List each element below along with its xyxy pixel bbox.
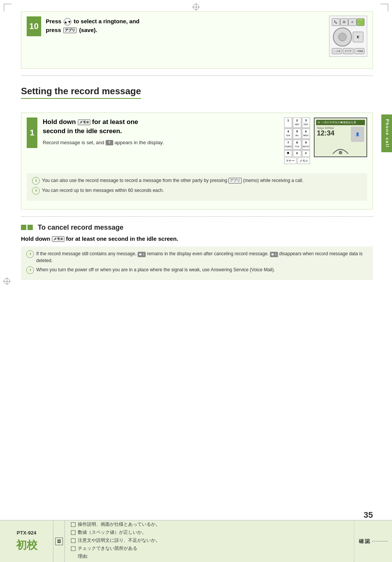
bottom-footer: PTX-924 初校 🖾 操作説明、画面が仕様とあっているか。 数値（スペック値… [0, 520, 392, 562]
step10-block: 10 Press ▲▼ to select a ringtone, and pr… [21, 11, 373, 69]
phone-screen-body: Tokyo 3/29Sat 12:34 👤 [316, 126, 365, 143]
step10-badge: 10 [27, 16, 41, 36]
step10-text: Press ▲▼ to select a ringtone, and press… [46, 16, 329, 34]
nav-bottom-row: ←メモ クリア →PWR [332, 48, 365, 54]
cancel-hints: ℹ If the record message still contains a… [21, 246, 373, 280]
nav-app-btn: アプリ [357, 18, 365, 26]
soft-key-left: マナー [284, 158, 297, 164]
phone-keypad-block: 1 2ABC 3DEF 4GHI 5JKL 6MNO 7PQRS 8TUV 9W… [284, 118, 310, 164]
nav-inner-btn [338, 33, 347, 41]
key-hash: # [302, 150, 310, 156]
cancel-hint-2: ℹ When you turn the power off or when yo… [26, 266, 368, 274]
checklist-item-1: 操作説明、画面が仕様とあっているか。 [71, 521, 348, 528]
cancel-memo-key: メモ⊙ [52, 236, 64, 242]
phone-screen-header: ⭘ ○○市が大学生の☎連絡誌を置 [316, 120, 365, 125]
main-content: 10 Press ▲▼ to select a ringtone, and pr… [21, 11, 373, 280]
step1-memo-key: メモ⊙ [78, 119, 90, 125]
phone-soft-keys: マナー メモ⊙ [284, 158, 310, 164]
cancel-hint1-icon: ℹ [26, 250, 34, 258]
nav-pwr-btn: →PWR [354, 48, 365, 54]
checkbox-2 [71, 530, 76, 535]
checklist-item-3: 注意文や説明文に誤り、不足がないか。 [71, 537, 348, 544]
nav-top-row: 📞 回 ⊙ アプリ [332, 18, 365, 26]
checkbox-4 [71, 546, 76, 551]
footer-left: PTX-924 初校 [0, 520, 53, 562]
page-number: 35 [364, 510, 373, 520]
step1-content: Hold down メモ⊙ for at least one second in… [43, 118, 284, 148]
checkbox-1 [71, 522, 76, 527]
nav-e-btn: E [353, 32, 363, 42]
key-star: ✱ [284, 150, 292, 156]
key-5: 5JKL [293, 129, 301, 139]
record-icon: 🎙 [106, 140, 113, 145]
step1-section: 1 Hold down メモ⊙ for at least one second … [27, 118, 367, 167]
nav-center-top-btn: ⊙ [348, 18, 357, 26]
step1-hold-label: Hold down [43, 118, 76, 126]
confirm-line [372, 541, 387, 541]
green-squares [21, 225, 34, 230]
step10-select-label: to select a ringtone, and [74, 18, 140, 24]
phone-screen-time: 12:34 [317, 129, 334, 137]
phone-screen-photo: 👤 [351, 127, 364, 142]
hint1-text: You can also use the record message to r… [42, 177, 304, 184]
nav-cluster: E [332, 27, 365, 47]
hint1-icon: ℹ [32, 177, 40, 185]
checklist-text-1: 操作説明、画面が仕様とあっているか。 [78, 521, 160, 528]
top-crosshair [192, 3, 200, 11]
crosshair-circle [193, 4, 199, 10]
nav-clear-btn: クリア [343, 48, 353, 54]
key-8: 8TUV [293, 140, 301, 150]
cancel-hint-1: ℹ If the record message still contains a… [26, 250, 368, 264]
hint-1: ℹ You can also use the record message to… [32, 177, 362, 185]
footer-right: 確 認 [354, 520, 392, 562]
keypad-display-area: 1 2ABC 3DEF 4GHI 5JKL 6MNO 7PQRS 8TUV 9W… [284, 118, 367, 164]
hint2-icon: ℹ [32, 187, 40, 195]
checklist-text-2: 数値（スペック値）が正しいか。 [78, 529, 146, 536]
checklist-item-4: チェックできない箇所がある [71, 545, 348, 552]
confirm-label: 確 認 [359, 538, 370, 545]
footer-label-jp: 初校 [16, 538, 37, 552]
checklist-item-2: 数値（スペック値）が正しいか。 [71, 529, 348, 536]
step10-app-key: アプリ [63, 27, 77, 34]
hint2-text: You can record up to ten messages within… [42, 187, 164, 194]
key-4: 4GHI [284, 129, 292, 139]
step1-block: 1 Hold down メモ⊙ for at least one second … [21, 113, 373, 209]
nav-memo-btn: 📞 [332, 18, 340, 26]
key-2: 2ABC [293, 118, 301, 128]
section-heading: Setting the record message [21, 86, 141, 99]
separator-1 [21, 76, 373, 76]
step10-nav-key: ▲▼ [64, 18, 71, 26]
step1-title-line2: for at least one [92, 118, 138, 126]
step1-title: Hold down メモ⊙ for at least one second in… [43, 118, 284, 136]
corner-mark-tl [4, 4, 11, 11]
key-7: 7PQRS [284, 140, 292, 150]
separator-2 [21, 216, 373, 217]
left-crosshair [3, 277, 11, 285]
cancel-heading: To cancel record message [38, 224, 124, 232]
nav-back-btn: ←メモ [332, 48, 342, 54]
phone-keypad-grid: 1 2ABC 3DEF 4GHI 5JKL 6MNO 7PQRS 8TUV 9W… [284, 118, 310, 157]
footer-center: 操作説明、画面が仕様とあっているか。 数値（スペック値）が正しいか。 注意文や説… [65, 520, 354, 562]
cancel-heading-row: To cancel record message [21, 224, 373, 232]
checklist-item-5: 理由: [71, 553, 348, 560]
key-9: 9WXYZ [302, 140, 310, 150]
hint1-key: アプリ [228, 178, 242, 184]
step10-save-label: (save). [79, 27, 97, 33]
checkbox-3 [71, 538, 76, 543]
arc-svg [331, 144, 350, 155]
key-3: 3DEF [302, 118, 310, 128]
corner-mark-tr [381, 4, 388, 11]
step1-title-line3: second in the idle screen. [43, 127, 122, 135]
svg-point-0 [339, 151, 342, 154]
checklist-text-4: チェックできない箇所がある [78, 545, 137, 552]
green-sq-2 [27, 225, 33, 230]
hint-2: ℹ You can record up to ten messages with… [32, 187, 362, 195]
cancel-hint2-text: When you turn the power off or when you … [36, 266, 275, 273]
step1-badge: 1 [27, 118, 37, 148]
record-icon-1: 🖿 1 [138, 252, 146, 257]
section-heading-block: Setting the record message [21, 83, 373, 106]
checklist-text-5: 理由: [78, 553, 88, 560]
step10-press2-label: press [46, 27, 61, 33]
green-sq-1 [21, 225, 26, 230]
footer-icon: 🖾 [55, 538, 63, 545]
